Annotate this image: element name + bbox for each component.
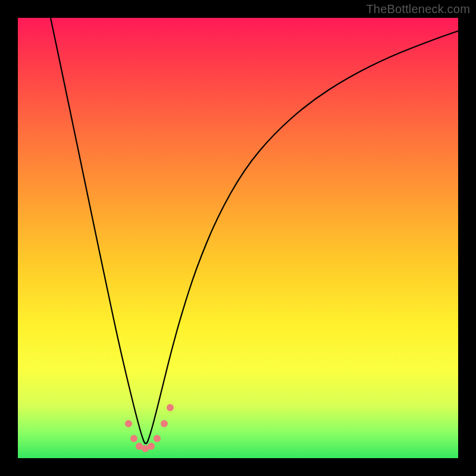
trough-marker (161, 420, 168, 427)
trough-markers (125, 404, 174, 452)
trough-marker (154, 435, 161, 442)
trough-marker (148, 443, 155, 450)
curve-svg (18, 18, 458, 458)
chart-frame: TheBottleneck.com (0, 0, 476, 476)
trough-marker (167, 404, 174, 411)
plot-area (18, 18, 458, 458)
trough-marker (125, 420, 132, 427)
watermark-text: TheBottleneck.com (366, 2, 470, 16)
trough-marker (130, 435, 137, 442)
bottleneck-curve (51, 18, 458, 444)
